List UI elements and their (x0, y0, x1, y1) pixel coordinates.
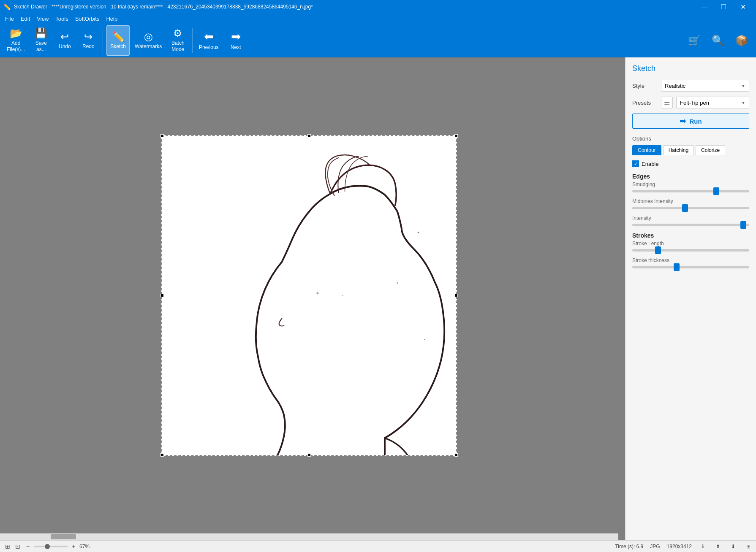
undo-label: Undo (59, 43, 71, 49)
toolbar-divider-2 (192, 28, 193, 53)
search-button[interactable]: 🔍 (707, 25, 729, 56)
stroke-thickness-label: Stroke thickness (632, 257, 749, 263)
zoom-out-button[interactable]: − (24, 542, 32, 551)
window-controls: — ☐ ✕ (694, 0, 753, 14)
tab-contour[interactable]: Contour (632, 145, 661, 155)
zoom-fit-button[interactable]: ⊞ (3, 542, 12, 551)
scrollbar-track (0, 533, 618, 540)
cart-button[interactable]: 🛒 (683, 25, 705, 56)
svg-point-3 (316, 292, 318, 295)
sketch-label: Sketch (110, 43, 126, 49)
sketch-svg (162, 136, 456, 455)
stroke-thickness-slider-container (632, 266, 749, 268)
previous-button[interactable]: ⬅ Previous (196, 25, 221, 56)
window-title: Sketch Drawer - ****Unregistered version… (14, 4, 313, 10)
menu-help[interactable]: Help (103, 15, 121, 23)
watermarks-icon: ◎ (144, 32, 153, 42)
cube-icon: 📦 (735, 35, 748, 46)
intensity-slider-track (632, 224, 749, 226)
stroke-thickness-slider-thumb[interactable] (674, 263, 680, 271)
presets-dropdown[interactable]: Felt-Tip pen ▼ (676, 97, 749, 108)
zoom-slider-thumb[interactable] (45, 544, 50, 549)
style-value: Realistic (665, 83, 685, 89)
style-row: Style Realistic ▼ (632, 80, 749, 92)
search-icon: 🔍 (712, 35, 724, 46)
enable-checkbox[interactable]: ✓ (632, 160, 639, 167)
tab-hatching[interactable]: Hatching (663, 145, 694, 155)
image-canvas[interactable] (161, 135, 457, 456)
next-icon: ➡ (231, 31, 241, 43)
minimize-button[interactable]: — (694, 0, 714, 14)
redo-label: Redo (82, 43, 95, 49)
menu-softorbits[interactable]: SoftOrbits (72, 15, 103, 23)
download-button[interactable]: ⬇ (729, 542, 737, 551)
stroke-length-slider-track (632, 249, 749, 252)
right-panel: Sketch Style Realistic ▼ Presets ⚌ Felt-… (625, 57, 756, 540)
cube-button[interactable]: 📦 (731, 25, 753, 56)
settings-button[interactable]: ⊞ (744, 542, 753, 551)
smudging-label: Smudging (632, 181, 749, 187)
next-button[interactable]: ➡ Next (223, 25, 248, 56)
share-button[interactable]: ⬆ (714, 542, 722, 551)
style-dropdown-arrow: ▼ (741, 84, 745, 88)
stroke-length-label: Stroke Length (632, 241, 749, 246)
undo-button[interactable]: ↩ Undo (54, 25, 76, 56)
title-bar-left: ✏️ Sketch Drawer - ****Unregistered vers… (3, 3, 313, 10)
watermarks-button[interactable]: ◎ Watermarks (131, 25, 165, 56)
next-label: Next (231, 44, 241, 50)
cart-icon: 🛒 (688, 35, 701, 46)
close-button[interactable]: ✕ (733, 0, 753, 14)
batch-mode-button[interactable]: ⚙ Batch Mode (167, 25, 189, 56)
horizontal-scrollbar[interactable] (0, 533, 618, 540)
presets-row: Presets ⚌ Felt-Tip pen ▼ (632, 97, 749, 108)
style-dropdown[interactable]: Realistic ▼ (661, 80, 749, 92)
time-label: Time (s): 6.9 (615, 544, 643, 549)
presets-dropdown-arrow: ▼ (741, 100, 745, 105)
zoom-100-button[interactable]: ⊡ (14, 542, 22, 551)
presets-value: Felt-Tip pen (680, 100, 709, 106)
save-as-button[interactable]: 💾 Save as... (30, 25, 52, 56)
menu-file[interactable]: File (2, 15, 17, 23)
add-file-label: Add File(s)... (7, 40, 25, 52)
scrollbar-thumb[interactable] (51, 534, 76, 539)
midtones-slider-thumb[interactable] (682, 204, 688, 212)
redo-button[interactable]: ↪ Redo (77, 25, 99, 56)
menu-view[interactable]: View (33, 15, 52, 23)
stroke-length-slider-thumb[interactable] (655, 246, 661, 254)
status-bar-left: ⊞ ⊡ − + 67% (3, 542, 608, 551)
menu-edit[interactable]: Edit (17, 15, 33, 23)
intensity-slider-thumb[interactable] (740, 221, 746, 229)
run-arrow-icon: ➡ (680, 116, 686, 126)
zoom-level: 67% (79, 544, 90, 549)
enable-label: Enable (642, 161, 658, 167)
sketch-icon: ✏️ (112, 32, 125, 42)
strokes-title: Strokes (632, 232, 749, 239)
format-label: JPG (650, 544, 660, 549)
run-button[interactable]: ➡ Run (632, 114, 749, 129)
zoom-in-button[interactable]: + (69, 542, 78, 551)
svg-point-1 (418, 232, 419, 233)
add-file-icon: 📂 (10, 28, 22, 38)
menu-tools[interactable]: Tools (52, 15, 71, 23)
run-label: Run (689, 118, 702, 125)
midtones-label: Midtones Intensity (632, 198, 749, 204)
add-file-button[interactable]: 📂 Add File(s)... (3, 25, 28, 56)
canvas-area (0, 57, 625, 540)
edges-title: Edges (632, 173, 749, 180)
smudging-slider-container (632, 190, 749, 192)
smudging-slider-thumb[interactable] (713, 187, 719, 195)
title-bar: ✏️ Sketch Drawer - ****Unregistered vers… (0, 0, 756, 14)
info-button[interactable]: ℹ (699, 542, 707, 551)
maximize-button[interactable]: ☐ (714, 0, 733, 14)
save-icon: 💾 (35, 28, 47, 38)
toolbar: 📂 Add File(s)... 💾 Save as... ↩ Undo ↪ R… (0, 24, 756, 57)
presets-adjust-icon[interactable]: ⚌ (661, 97, 673, 108)
status-bar: ⊞ ⊡ − + 67% Time (s): 6.9 JPG 1920x3412 … (0, 540, 756, 552)
enable-row: ✓ Enable (632, 160, 749, 167)
panel-title: Sketch (632, 64, 749, 73)
main-container: Sketch Style Realistic ▼ Presets ⚌ Felt-… (0, 57, 756, 540)
sketch-button[interactable]: ✏️ Sketch (106, 25, 130, 56)
zoom-slider[interactable] (34, 546, 68, 547)
presets-label: Presets (632, 100, 658, 106)
tab-colorize[interactable]: Colorize (696, 145, 725, 155)
